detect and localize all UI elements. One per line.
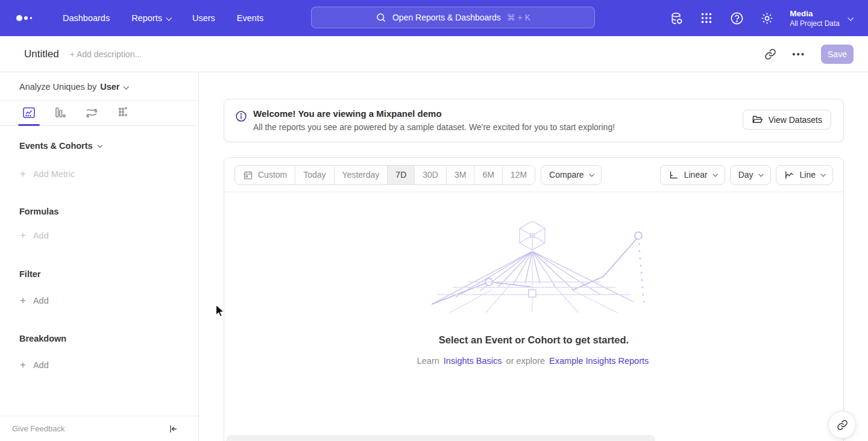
date-range-30d-label: 30D xyxy=(423,170,438,180)
mixpanel-logo[interactable] xyxy=(16,14,36,22)
collapse-sidebar-icon[interactable] xyxy=(168,424,178,434)
info-icon xyxy=(235,110,247,122)
events-cohorts-header[interactable]: Events & Cohorts xyxy=(0,141,198,151)
tab-insights-chart[interactable] xyxy=(16,105,42,125)
date-range-7d[interactable]: 7D xyxy=(388,166,415,184)
events-cohorts-label: Events & Cohorts xyxy=(19,141,93,151)
view-datasets-button[interactable]: View Datasets xyxy=(743,110,831,130)
empty-state-illustration xyxy=(420,220,649,313)
breakdown-header: Breakdown xyxy=(0,334,198,343)
date-range-3m-label: 3M xyxy=(454,170,466,180)
chevron-down-icon xyxy=(712,172,717,177)
save-button[interactable]: Save xyxy=(821,45,854,64)
date-range-custom-label: Custom xyxy=(258,170,287,180)
nav-users[interactable]: Users xyxy=(192,13,215,23)
date-range-3m[interactable]: 3M xyxy=(447,166,474,184)
banner-subtitle: All the reports you see are powered by a… xyxy=(253,122,615,132)
nav-dashboards-label: Dashboards xyxy=(63,13,110,23)
link-icon xyxy=(837,419,848,431)
plus-icon: + xyxy=(20,169,26,179)
filter-label: Filter xyxy=(19,269,40,279)
give-feedback-link[interactable]: Give Feedback xyxy=(12,424,64,433)
tab-flow-chart[interactable] xyxy=(78,105,105,125)
interval-label: Day xyxy=(738,170,753,180)
date-range-custom[interactable]: Custom xyxy=(235,166,295,184)
date-range-30d[interactable]: 30D xyxy=(415,166,447,184)
settings-gear-icon[interactable] xyxy=(760,11,774,25)
add-metric-button[interactable]: +Add Metric xyxy=(0,169,198,179)
help-icon[interactable] xyxy=(729,11,744,25)
chevron-down-icon xyxy=(758,172,763,177)
flow-chart-icon xyxy=(84,105,99,120)
empty-state-links: Learn Insights Basics or explore Example… xyxy=(417,356,651,366)
date-range-7d-label: 7D xyxy=(395,170,406,180)
example-reports-link[interactable]: Example Insights Reports xyxy=(549,356,649,366)
tab-metrics-grid[interactable] xyxy=(110,105,136,125)
tab-bar-chart[interactable] xyxy=(47,105,74,125)
copy-link-icon[interactable] xyxy=(764,48,776,60)
date-range-yesterday[interactable]: Yesterday xyxy=(335,166,388,184)
insights-chart-icon xyxy=(22,105,36,120)
date-range-today[interactable]: Today xyxy=(295,166,334,184)
nav-reports-label: Reports xyxy=(131,13,162,23)
date-range-12m[interactable]: 12M xyxy=(503,166,535,184)
query-sidebar: Analyze Uniques by User Events & Cohorts xyxy=(0,72,199,441)
report-header: Untitled + Add description... ••• Save xyxy=(0,36,868,72)
interval-dropdown[interactable]: Day xyxy=(730,165,771,185)
formulas-header: Formulas xyxy=(0,207,198,216)
calendar-icon xyxy=(243,170,253,180)
add-filter-label: Add xyxy=(33,296,49,305)
chart-display-controls: Linear Day Line xyxy=(660,165,833,185)
date-range-today-label: Today xyxy=(303,170,326,180)
analyze-value: User xyxy=(100,82,119,92)
add-filter-button[interactable]: +Add xyxy=(0,295,198,305)
search-placeholder: Open Reports & Dashboards xyxy=(392,13,501,22)
report-title[interactable]: Untitled xyxy=(24,48,59,60)
bottom-panel-edge[interactable] xyxy=(226,435,655,441)
sidebar-footer: Give Feedback xyxy=(0,416,198,441)
add-description-field[interactable]: + Add description... xyxy=(70,49,142,59)
scale-dropdown[interactable]: Linear xyxy=(660,165,725,185)
apps-grid-icon[interactable] xyxy=(699,11,714,25)
line-chart-icon xyxy=(784,170,794,180)
plus-icon: + xyxy=(20,360,26,370)
search-icon xyxy=(376,12,386,23)
plus-icon: + xyxy=(20,295,26,305)
filter-header: Filter xyxy=(0,269,198,279)
data-management-icon[interactable] xyxy=(669,11,684,25)
nav-reports[interactable]: Reports xyxy=(131,13,171,23)
view-datasets-label: View Datasets xyxy=(769,115,822,125)
global-search-input[interactable]: Open Reports & Dashboards ⌘ + K xyxy=(311,7,595,28)
analyze-uniques-row: Analyze Uniques by User xyxy=(0,72,198,101)
compare-label: Compare xyxy=(549,170,584,180)
chevron-down-icon xyxy=(589,172,594,177)
compare-dropdown[interactable]: Compare xyxy=(541,165,602,185)
date-range-6m-label: 6M xyxy=(482,170,494,180)
add-breakdown-label: Add xyxy=(33,360,49,370)
chevron-down-icon xyxy=(820,172,825,177)
add-breakdown-button[interactable]: +Add xyxy=(0,360,198,370)
nav-dashboards[interactable]: Dashboards xyxy=(63,13,110,23)
nav-events[interactable]: Events xyxy=(237,13,263,23)
metrics-grid-icon xyxy=(116,105,130,120)
nav-events-label: Events xyxy=(237,13,263,23)
banner-title: Welcome! You are viewing a Mixpanel demo xyxy=(253,108,615,119)
more-options-icon[interactable]: ••• xyxy=(792,49,805,59)
chart-type-label: Line xyxy=(800,170,816,180)
insights-basics-link[interactable]: Insights Basics xyxy=(444,356,502,366)
date-range-6m[interactable]: 6M xyxy=(474,166,502,184)
project-selector[interactable]: Media All Project Data xyxy=(790,8,852,28)
add-formula-label: Add xyxy=(33,231,49,240)
top-nav: Dashboards Reports Users Events Open Rep… xyxy=(0,0,868,36)
report-card: Custom Today Yesterday 7D 30D 3M 6M 12M … xyxy=(224,157,844,441)
add-formula-button[interactable]: +Add xyxy=(0,230,198,240)
chevron-down-icon xyxy=(166,14,172,20)
bar-chart-icon xyxy=(53,105,68,120)
analyze-by-dropdown[interactable]: User xyxy=(100,82,128,92)
learn-prefix: Learn xyxy=(417,356,439,366)
nav-right-group: Media All Project Data xyxy=(669,8,868,28)
date-range-12m-label: 12M xyxy=(511,170,527,180)
share-link-fab[interactable] xyxy=(828,411,856,439)
chart-type-dropdown[interactable]: Line xyxy=(776,165,833,185)
empty-state: Select an Event or Cohort to get started… xyxy=(224,192,843,366)
